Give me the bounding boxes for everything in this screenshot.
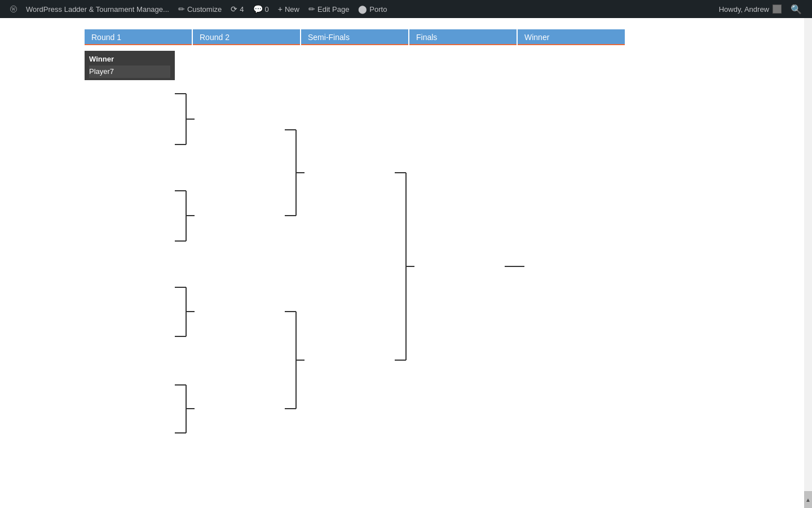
svg-text:W: W: [12, 7, 16, 12]
semis-header: Semi-Finals: [301, 29, 408, 45]
porto-icon: ⬤: [358, 5, 367, 14]
winner-label: Winner: [89, 53, 170, 65]
scroll-track[interactable]: [804, 18, 812, 491]
howdy-section[interactable]: Howdy, Andrew: [714, 5, 786, 14]
round2-header: Round 2: [193, 29, 300, 45]
customize-icon: ✏: [178, 5, 185, 14]
porto-btn[interactable]: ⬤ Porto: [354, 0, 391, 18]
rounds-header: Round 1 Round 2 Semi-Finals Finals Winne…: [85, 29, 801, 45]
bracket-lines: [85, 51, 705, 474]
winner-players: Winner Player7: [85, 51, 175, 80]
updates-icon: ⟳: [231, 5, 237, 14]
winner-player: Player7: [89, 65, 170, 78]
edit-page-btn[interactable]: ✏ Edit Page: [304, 0, 354, 18]
admin-bar-right: Howdy, Andrew 🔍: [714, 4, 806, 15]
comments-btn[interactable]: 💬 0: [249, 0, 273, 18]
admin-bar: W WordPress Ladder & Tournament Manage..…: [0, 0, 812, 18]
winner-header: Winner: [518, 29, 625, 45]
updates-btn[interactable]: ⟳ 4: [226, 0, 248, 18]
wp-logo[interactable]: W: [6, 1, 21, 17]
avatar: [773, 5, 782, 14]
winner-box[interactable]: Winner Player7: [85, 51, 175, 80]
scrollbar: ▲: [804, 18, 812, 508]
finals-header: Finals: [409, 29, 517, 45]
scroll-up-btn[interactable]: ▲: [804, 491, 812, 508]
site-name[interactable]: WordPress Ladder & Tournament Manage...: [21, 0, 174, 18]
new-icon: +: [278, 5, 283, 14]
customize-btn[interactable]: ✏ Customize: [174, 0, 226, 18]
main-content: Round 1 Round 2 Semi-Finals Finals Winne…: [0, 18, 812, 508]
edit-icon: ✏: [308, 5, 315, 14]
site-name-text: WordPress Ladder & Tournament Manage...: [26, 5, 169, 14]
new-btn[interactable]: + New: [273, 0, 304, 18]
comments-icon: 💬: [253, 5, 263, 14]
search-icon[interactable]: 🔍: [786, 4, 806, 15]
round1-header: Round 1: [85, 29, 192, 45]
